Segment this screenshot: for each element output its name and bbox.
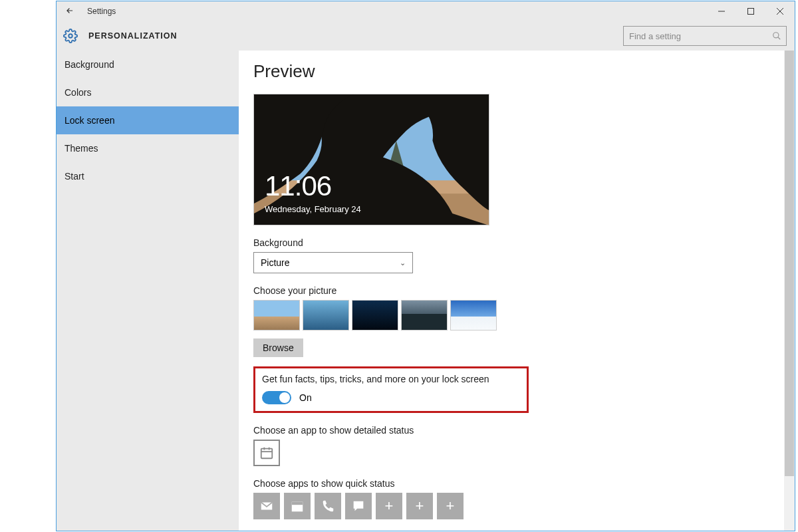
sidebar-item-colors[interactable]: Colors	[57, 78, 239, 106]
quick-status-app-phone[interactable]	[315, 493, 341, 519]
svg-point-4	[68, 34, 72, 38]
detailed-status-row	[253, 440, 780, 466]
page-title: Preview	[253, 61, 780, 82]
svg-line-6	[778, 37, 781, 40]
fun-facts-label: Get fun facts, tips, tricks, and more on…	[262, 374, 520, 384]
sidebar-item-label: Start	[65, 171, 84, 182]
chat-icon	[351, 499, 366, 513]
calendar-icon	[259, 446, 274, 460]
plus-icon: +	[385, 497, 394, 515]
sidebar-item-label: Background	[65, 59, 114, 70]
picture-thumb-4[interactable]	[401, 300, 448, 331]
sidebar-item-themes[interactable]: Themes	[57, 134, 239, 162]
search-icon	[772, 31, 781, 41]
gear-icon	[63, 29, 78, 43]
settings-window: Settings PERSONALIZATION Background Colo…	[56, 1, 795, 531]
detailed-status-app-calendar[interactable]	[253, 440, 280, 466]
quick-status-add-1[interactable]: +	[376, 493, 402, 519]
quick-status-app-calendar[interactable]	[284, 493, 311, 519]
sidebar-item-background[interactable]: Background	[57, 51, 239, 78]
calendar-icon	[290, 499, 305, 513]
background-label: Background	[253, 237, 780, 248]
header-bar: PERSONALIZATION	[57, 21, 795, 51]
picture-thumb-5[interactable]	[450, 300, 497, 331]
section-title: PERSONALIZATION	[88, 31, 178, 41]
picture-thumb-1[interactable]	[253, 300, 300, 331]
fun-facts-toggle-row: On	[262, 391, 520, 404]
plus-icon: +	[446, 497, 455, 515]
body: Background Colors Lock screen Themes Sta…	[57, 51, 795, 531]
svg-rect-1	[748, 9, 754, 15]
window-controls	[707, 1, 795, 21]
choose-picture-label: Choose your picture	[253, 285, 780, 296]
plus-icon: +	[416, 497, 424, 515]
window-title: Settings	[87, 7, 116, 16]
sidebar-item-label: Colors	[65, 87, 91, 98]
search-input[interactable]	[623, 26, 787, 46]
fun-facts-highlight: Get fun facts, tips, tricks, and more on…	[253, 366, 529, 413]
quick-status-add-3[interactable]: +	[437, 493, 464, 519]
sidebar-item-lock-screen[interactable]: Lock screen	[57, 106, 239, 134]
picture-thumbnails	[253, 300, 780, 331]
dropdown-value: Picture	[261, 257, 290, 268]
close-button[interactable]	[765, 1, 795, 21]
svg-point-5	[773, 33, 779, 38]
picture-thumb-2[interactable]	[303, 300, 349, 331]
quick-status-app-mail[interactable]	[253, 493, 280, 519]
chevron-down-icon: ⌄	[400, 259, 406, 267]
phone-icon	[321, 499, 335, 513]
background-dropdown[interactable]: Picture ⌄	[253, 252, 413, 273]
sidebar-item-label: Themes	[65, 143, 98, 154]
search-wrap	[623, 26, 787, 46]
maximize-button[interactable]	[736, 1, 765, 21]
detailed-status-label: Choose an app to show detailed status	[253, 425, 780, 436]
mail-icon	[259, 499, 274, 513]
minimize-button[interactable]	[707, 1, 736, 21]
fun-facts-state: On	[299, 392, 312, 403]
quick-status-app-messaging[interactable]	[345, 493, 372, 519]
preview-date: Wednesday, February 24	[265, 204, 361, 214]
content: Preview 11:06 Wednesday, February 24 Bac…	[239, 51, 795, 531]
picture-thumb-3[interactable]	[352, 300, 398, 331]
quick-status-row: + + +	[253, 493, 780, 519]
sidebar: Background Colors Lock screen Themes Sta…	[57, 51, 239, 531]
scrollbar-thumb[interactable]	[785, 51, 794, 476]
titlebar: Settings	[57, 1, 795, 21]
back-button[interactable]	[57, 6, 83, 17]
svg-rect-16	[292, 502, 303, 505]
sidebar-item-start[interactable]: Start	[57, 162, 239, 190]
lock-screen-preview: 11:06 Wednesday, February 24	[253, 94, 489, 225]
quick-status-add-2[interactable]: +	[406, 493, 433, 519]
browse-button[interactable]: Browse	[253, 338, 303, 357]
scrollbar[interactable]	[784, 51, 795, 531]
quick-status-label: Choose apps to show quick status	[253, 478, 780, 489]
preview-time: 11:06	[265, 170, 331, 202]
fun-facts-toggle[interactable]	[262, 391, 291, 404]
sidebar-item-label: Lock screen	[65, 115, 114, 126]
svg-rect-10	[261, 449, 273, 459]
